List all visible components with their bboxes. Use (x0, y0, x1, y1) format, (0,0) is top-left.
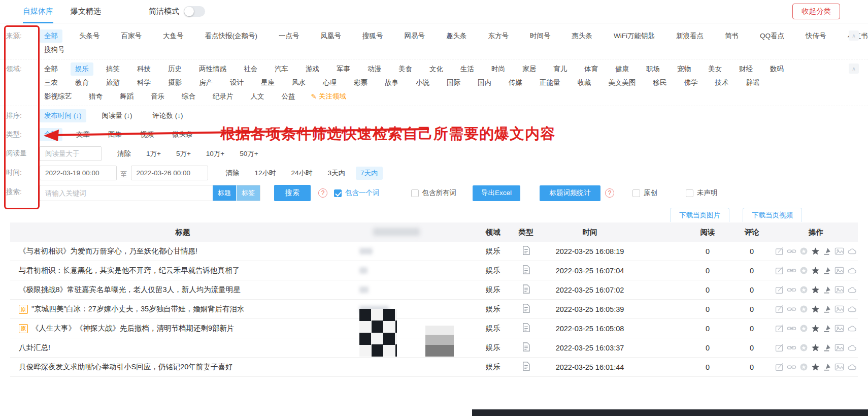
cloud-icon[interactable] (847, 343, 857, 352)
filter-option[interactable]: 美文美图 (604, 76, 641, 89)
include-all-words-checkbox[interactable] (411, 189, 419, 197)
filter-option[interactable]: 全部 (40, 29, 62, 43)
cloud-icon[interactable] (847, 285, 857, 294)
filter-option[interactable]: 新浪看点 (672, 29, 708, 43)
filter-option[interactable]: 人文 (246, 90, 269, 103)
star-icon[interactable] (811, 324, 820, 333)
cloud-icon[interactable] (847, 363, 857, 371)
badge-icon[interactable] (799, 324, 808, 333)
article-title-link[interactable]: 八卦汇总! (19, 343, 50, 353)
filter-option[interactable]: 职场 (642, 62, 664, 76)
filter-option[interactable]: 军事 (332, 62, 355, 76)
push-icon[interactable] (823, 266, 831, 275)
badge-icon[interactable] (799, 305, 808, 313)
push-icon[interactable] (823, 285, 831, 294)
filter-option[interactable]: 宠物 (673, 62, 695, 76)
edit-icon[interactable] (775, 363, 784, 371)
filter-option[interactable]: 星座 (256, 76, 279, 89)
filter-option[interactable]: 影视综艺 (40, 90, 76, 103)
filter-option[interactable]: 房产 (194, 76, 217, 89)
article-title-link[interactable]: 《极限挑战8》常驻嘉宾名单曝光，老人仅留3人，新人均为流量明星 (19, 285, 241, 295)
link-icon[interactable] (787, 285, 796, 294)
title-word-frequency-button[interactable]: 标题词频统计 (540, 185, 600, 201)
download-page-images-button[interactable]: 下载当页图片 (670, 208, 729, 222)
badge-icon[interactable] (799, 343, 808, 352)
image-icon[interactable] (834, 324, 844, 333)
push-icon[interactable] (823, 247, 831, 255)
filter-option[interactable]: 时间号 (525, 29, 555, 43)
filter-option[interactable]: 游戏 (301, 62, 324, 76)
filter-option[interactable]: 搜狗号 (40, 43, 70, 56)
filter-option[interactable]: 健康 (611, 62, 633, 76)
image-icon[interactable] (834, 305, 844, 313)
filter-option[interactable]: 东方号 (484, 29, 514, 43)
badge-icon[interactable] (799, 285, 808, 294)
search-button[interactable]: 搜索 (274, 185, 311, 201)
link-icon[interactable] (787, 343, 796, 352)
image-icon[interactable] (834, 266, 844, 275)
star-icon[interactable] (811, 247, 820, 255)
filter-option[interactable]: 全部 (40, 128, 62, 141)
filter-option[interactable]: 猎奇 (84, 90, 107, 103)
filter-option[interactable]: 财经 (735, 62, 757, 76)
filter-option[interactable]: 历史 (163, 62, 186, 76)
image-icon[interactable] (834, 343, 844, 352)
follow-field-link[interactable]: ✎关注领域 (311, 92, 346, 101)
search-by-tag-button[interactable]: 标签 (237, 185, 260, 201)
filter-option[interactable]: 国内 (473, 76, 496, 89)
cloud-icon[interactable] (847, 247, 857, 255)
filter-option[interactable]: 教育 (71, 76, 93, 89)
badge-icon[interactable] (799, 247, 808, 255)
filter-option[interactable]: 正能量 (535, 76, 565, 89)
filter-option[interactable]: 看点快报(企鹅号) (201, 29, 262, 43)
image-icon[interactable] (834, 363, 844, 371)
filter-option[interactable]: 纪录片 (208, 90, 238, 103)
filter-option[interactable]: 文化 (425, 62, 448, 76)
edit-icon[interactable] (775, 305, 784, 313)
badge-icon[interactable] (799, 363, 808, 371)
help-icon[interactable]: ? (318, 188, 327, 198)
filter-option[interactable]: 百家号 (117, 29, 147, 43)
filter-option[interactable]: 音乐 (146, 90, 169, 103)
image-icon[interactable] (834, 247, 844, 255)
filter-option[interactable]: 家居 (518, 62, 541, 76)
link-icon[interactable] (787, 324, 796, 333)
edit-icon[interactable] (775, 266, 784, 275)
help-icon[interactable]: ? (605, 188, 614, 198)
filter-option[interactable]: 两性情感 (194, 62, 231, 76)
filter-option[interactable]: 时尚 (487, 62, 510, 76)
badge-icon[interactable] (799, 266, 808, 275)
article-title-link[interactable]: 具俊晔深夜发文求助!贴心举动引小S回应，仍铭记20年前妻子喜好 (19, 362, 232, 372)
filter-option[interactable]: 美食 (394, 62, 417, 76)
link-icon[interactable] (787, 266, 796, 275)
star-icon[interactable] (811, 343, 820, 352)
article-title-link[interactable]: 《与君初相识》为爱而万箭穿心，乃至妖化都心甘情愿! (19, 246, 197, 256)
filter-option[interactable]: 趣头条 (442, 29, 472, 43)
edit-icon[interactable] (775, 343, 784, 352)
filter-option[interactable]: 评论数 (↓) (148, 109, 188, 122)
filter-option[interactable]: 网易号 (400, 29, 430, 43)
filter-option[interactable]: 移民 (649, 76, 672, 89)
filter-option[interactable]: 阅读量 (↓) (97, 109, 137, 122)
filter-option[interactable]: 搞笑 (102, 62, 124, 76)
filter-option[interactable]: 心理 (318, 76, 341, 89)
filter-option[interactable]: 数码 (765, 62, 788, 76)
filter-option[interactable]: 旅游 (102, 76, 124, 89)
collapse-chevron-icon[interactable]: ∧ (849, 63, 859, 74)
image-icon[interactable] (834, 285, 844, 294)
push-icon[interactable] (823, 324, 831, 333)
filter-option[interactable]: 搜狐号 (358, 29, 388, 43)
filter-option[interactable]: 小说 (411, 76, 434, 89)
filter-option[interactable]: 汽车 (270, 62, 293, 76)
cloud-icon[interactable] (847, 305, 857, 313)
filter-option[interactable]: 娱乐 (71, 62, 93, 76)
search-by-title-button[interactable]: 标题 (213, 185, 236, 201)
cloud-icon[interactable] (847, 324, 857, 333)
filter-option[interactable]: 一点号 (274, 29, 304, 43)
original-checkbox[interactable] (632, 189, 640, 197)
filter-option[interactable]: 凤凰号 (316, 29, 346, 43)
filter-option[interactable]: 头条号 (75, 29, 105, 43)
filter-option[interactable]: 科技 (132, 62, 155, 76)
filter-option[interactable]: 3天内 (323, 167, 350, 180)
filter-option[interactable]: 美女 (704, 62, 726, 76)
